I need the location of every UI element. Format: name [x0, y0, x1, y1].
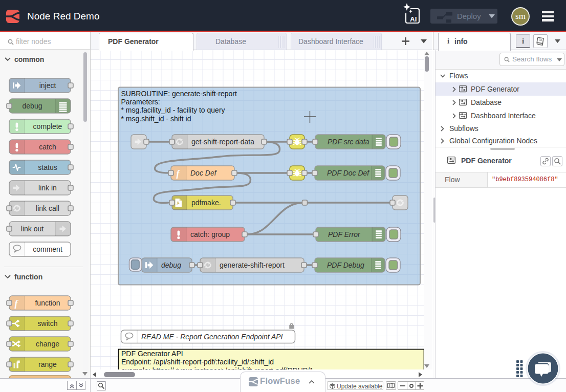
svg-text:AI: AI [410, 15, 417, 23]
svg-text:PDF Doc Def: PDF Doc Def [327, 169, 370, 177]
svg-text:* msg.shift_id - shift id: * msg.shift_id - shift id [121, 115, 191, 123]
svg-text:Endpoint: /api/shift-report-pd: Endpoint: /api/shift-report-pdf/:facilit… [121, 358, 274, 366]
svg-text:Parameters:: Parameters: [121, 98, 160, 106]
svg-text:link out: link out [21, 225, 43, 233]
svg-text:PDF Debug: PDF Debug [327, 261, 364, 269]
svg-text:PDF Error: PDF Error [328, 230, 361, 238]
svg-text:get-shift-report-data: get-shift-report-data [191, 138, 254, 146]
svg-text:link in: link in [38, 184, 57, 192]
svg-text:inject: inject [39, 81, 56, 90]
svg-text:generate-shift-report: generate-shift-report [220, 261, 285, 269]
svg-text:function: function [14, 273, 42, 281]
svg-text:READ ME - Report Generation En: READ ME - Report Generation Endpoint API [141, 333, 283, 341]
svg-text:PDF Generator API: PDF Generator API [121, 350, 183, 358]
svg-text:SUBROUTINE: generate-shift-rep: SUBROUTINE: generate-shift-report [121, 90, 237, 98]
svg-text:comment: comment [33, 245, 62, 253]
svg-text:range: range [38, 360, 57, 368]
svg-text:* msg.facility_id - facility t: * msg.facility_id - facility to query [121, 106, 225, 114]
svg-text:debug: debug [23, 102, 42, 110]
svg-text:link call: link call [36, 204, 59, 212]
svg-text:PDF src data: PDF src data [328, 138, 369, 146]
svg-text:catch: catch [39, 143, 56, 151]
svg-text:catch: group: catch: group [190, 230, 230, 238]
svg-text:common: common [14, 55, 44, 63]
svg-text:pdfmake.: pdfmake. [191, 199, 221, 207]
svg-text:Doc Def: Doc Def [190, 169, 217, 177]
svg-text:debug: debug [161, 261, 181, 269]
svg-text:change: change [36, 340, 59, 348]
svg-text:switch: switch [38, 319, 58, 328]
svg-text:status: status [38, 163, 57, 171]
svg-text:complete: complete [33, 122, 62, 130]
svg-text:function: function [35, 299, 60, 307]
